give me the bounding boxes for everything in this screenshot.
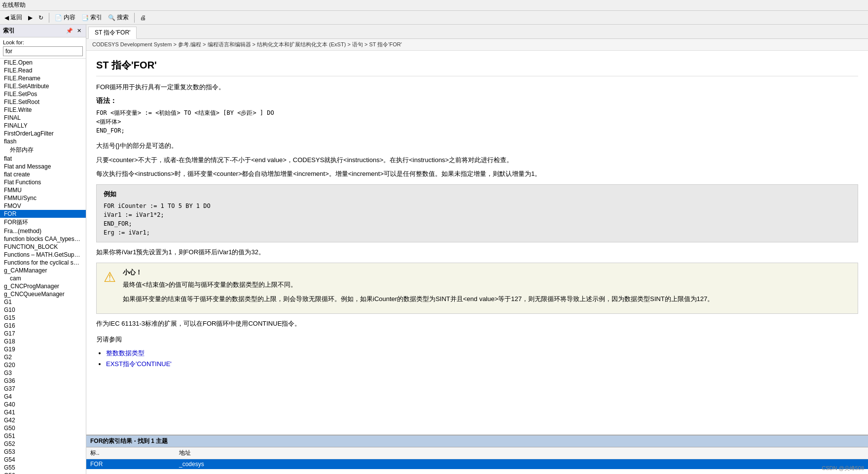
index-item[interactable]: G54 xyxy=(0,456,86,464)
index-item[interactable]: G52 xyxy=(0,440,86,448)
main-layout: 索引 📌 ✕ Look for: FILE.OpenFILE.ReadFILE.… xyxy=(0,25,868,474)
index-item[interactable]: FILE.SetPos xyxy=(0,90,86,98)
index-item[interactable]: FILE.Read xyxy=(0,67,86,74)
search-section: Look for: xyxy=(0,37,86,59)
index-item[interactable]: FINAL xyxy=(0,114,86,122)
see-also-link-2[interactable]: EXST指令'CONTINUE' xyxy=(106,360,172,368)
index-item[interactable]: G20 xyxy=(0,361,86,369)
index-item[interactable]: G37 xyxy=(0,385,86,393)
index-item[interactable]: flash xyxy=(0,137,86,145)
forward-button[interactable]: ▶ xyxy=(26,13,35,23)
index-button[interactable]: 📑 索引 xyxy=(79,12,105,23)
right-panel: ST 指令'FOR' CODESYS Development System > … xyxy=(86,25,868,474)
content-icon: 📄 xyxy=(55,14,62,21)
index-item[interactable]: G3 xyxy=(0,369,86,377)
index-item[interactable]: G50 xyxy=(0,424,86,432)
warning-title: 小心！ xyxy=(123,268,714,277)
refresh-button[interactable]: ↻ xyxy=(36,13,46,23)
index-item[interactable]: Flat and Message xyxy=(0,163,86,170)
see-also: 另请参阅 整数数据类型 EXST指令'CONTINUE' xyxy=(96,335,858,369)
search-button[interactable]: 🔍 搜索 xyxy=(106,12,131,23)
back-button[interactable]: ◀ 返回 xyxy=(2,12,25,23)
index-item[interactable]: G19 xyxy=(0,345,86,353)
index-item[interactable]: G15 xyxy=(0,314,86,322)
breadcrumb: CODESYS Development System > 参考.编程 > 编程语… xyxy=(86,39,868,51)
index-item[interactable]: G1 xyxy=(0,298,86,306)
toolbar: ◀ 返回 ▶ ↻ 📄 内容 📑 索引 🔍 搜索 🖨 xyxy=(0,11,868,25)
index-item[interactable]: G56 xyxy=(0,472,86,474)
index-item[interactable]: G17 xyxy=(0,330,86,338)
bottom-panel-header: FOR的索引结果 - 找到 1 主题 xyxy=(86,436,868,447)
see-also-link-1[interactable]: 整数数据类型 xyxy=(106,349,145,357)
bottom-col2-header: 地址 xyxy=(179,449,268,457)
index-item[interactable]: G40 xyxy=(0,401,86,408)
increment-text: 每次执行指令<instructions>时，循环变量<counter>都会自动增… xyxy=(96,169,858,179)
index-item[interactable]: Fra...(method) xyxy=(0,227,86,235)
index-item[interactable]: cam xyxy=(0,274,86,282)
index-item[interactable]: G41 xyxy=(0,408,86,416)
tab-for[interactable]: ST 指令'FOR' xyxy=(88,27,137,39)
content-area: ST 指令'FOR' FOR循环用于执行具有一定重复次数的指令。 语法： FOR… xyxy=(86,51,868,435)
optional-note: 大括号{}中的部分是可选的。 xyxy=(96,141,858,151)
index-item[interactable]: G42 xyxy=(0,416,86,424)
close-left-button[interactable]: ✕ xyxy=(75,27,83,34)
index-item[interactable]: g_CNCProgManager xyxy=(0,282,86,290)
index-item[interactable]: FirstOrderLagFilter xyxy=(0,130,86,137)
index-item[interactable]: G55 xyxy=(0,464,86,472)
bottom-row-col2: _codesys xyxy=(179,461,268,468)
index-item[interactable]: FINALLY xyxy=(0,122,86,130)
index-item[interactable]: G2 xyxy=(0,353,86,361)
index-item[interactable]: FILE.SetAttribute xyxy=(0,82,86,90)
index-item[interactable]: G16 xyxy=(0,322,86,330)
index-item[interactable]: G4 xyxy=(0,393,86,401)
index-search-input[interactable] xyxy=(3,46,83,56)
warning-line-2: 如果循环变量的结束值等于循环变量的数据类型的上限，则会导致无限循环。例如，如果i… xyxy=(123,294,714,305)
example-line-2: iVar1 := iVar1*2; xyxy=(104,210,851,219)
index-item[interactable]: G51 xyxy=(0,432,86,440)
index-item[interactable]: FMOV xyxy=(0,202,86,210)
warning-content: 小心！ 最终值<结束值>的值可能与循环变量的数据类型的上限不同。 如果循环变量的… xyxy=(123,268,714,308)
index-item[interactable]: G36 xyxy=(0,377,86,385)
see-also-item-2: EXST指令'CONTINUE' xyxy=(106,360,858,369)
see-also-list: 整数数据类型 EXST指令'CONTINUE' xyxy=(96,349,858,369)
print-button[interactable]: 🖨 xyxy=(138,13,148,23)
intro-text: FOR循环用于执行具有一定重复次数的指令。 xyxy=(96,82,858,93)
warning-box: ⚠ 小心！ 最终值<结束值>的值可能与循环变量的数据类型的上限不同。 如果循环变… xyxy=(96,263,858,314)
index-item[interactable]: Functions – MATH.GetSupplierVersior xyxy=(0,251,86,259)
bottom-col1-header: 标.. xyxy=(90,449,179,457)
see-also-item-1: 整数数据类型 xyxy=(106,349,858,358)
search-icon: 🔍 xyxy=(108,14,115,21)
index-item[interactable]: g_CNCQueueManager xyxy=(0,290,86,298)
index-item[interactable]: G53 xyxy=(0,448,86,456)
pin-button[interactable]: 📌 xyxy=(65,27,74,34)
index-item[interactable]: FMMU/Sync xyxy=(0,194,86,202)
left-panel-title: 索引 xyxy=(3,27,15,35)
bottom-row-0[interactable]: FOR _codesys xyxy=(86,459,868,469)
index-item[interactable]: g_CAMManager xyxy=(0,267,86,274)
index-item[interactable]: FOR循环 xyxy=(0,218,86,227)
index-item[interactable]: FILE.SetRoot xyxy=(0,98,86,106)
index-item[interactable]: FILE.Write xyxy=(0,106,86,114)
index-item[interactable]: FILE.Open xyxy=(0,59,86,67)
index-item[interactable]: G10 xyxy=(0,306,86,314)
index-item[interactable]: FMMU xyxy=(0,186,86,194)
content-button[interactable]: 📄 内容 xyxy=(52,12,78,23)
index-item[interactable]: flat xyxy=(0,155,86,163)
index-item[interactable]: function blocks CAA_types.library xyxy=(0,235,86,243)
left-panel-tools: 📌 ✕ xyxy=(65,27,83,34)
page-title: ST 指令'FOR' xyxy=(96,59,858,76)
index-item[interactable]: flat create xyxy=(0,170,86,178)
title-text: 在线帮助 xyxy=(2,1,26,9)
left-panel: 索引 📌 ✕ Look for: FILE.OpenFILE.ReadFILE.… xyxy=(0,25,86,474)
index-item[interactable]: FUNCTION_BLOCK xyxy=(0,243,86,251)
index-icon: 📑 xyxy=(81,14,89,21)
warning-line-1: 最终值<结束值>的值可能与循环变量的数据类型的上限不同。 xyxy=(123,280,714,290)
index-item[interactable]: FILE.Rename xyxy=(0,74,86,82)
index-item[interactable]: Functions for the cyclical sending of r xyxy=(0,259,86,267)
index-item[interactable]: G18 xyxy=(0,338,86,345)
search-label: 搜索 xyxy=(117,13,129,22)
example-line-1: FOR iCounter := 1 TO 5 BY 1 DO xyxy=(104,202,851,210)
index-item[interactable]: 外部内存 xyxy=(0,145,86,155)
index-item[interactable]: Flat Functions xyxy=(0,178,86,186)
index-item[interactable]: FOR xyxy=(0,210,86,218)
